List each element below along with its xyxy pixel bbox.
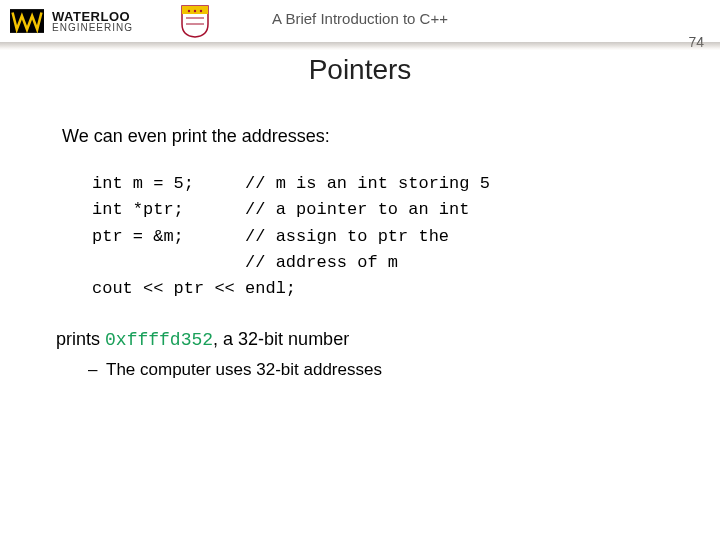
- bullet-dash: –: [88, 360, 106, 380]
- course-title: A Brief Introduction to C++: [0, 10, 720, 27]
- code-block: int m = 5; // m is an int storing 5 int …: [92, 171, 680, 303]
- result-prefix: prints: [56, 329, 105, 349]
- banner-strip: [0, 42, 720, 50]
- result-suffix: , a 32-bit number: [213, 329, 349, 349]
- bullet-line: –The computer uses 32-bit addresses: [88, 360, 680, 380]
- lead-text: We can even print the addresses:: [62, 126, 680, 147]
- slide-body: We can even print the addresses: int m =…: [62, 126, 680, 380]
- slide-header: WATERLOO ENGINEERING A Brief Introductio…: [0, 0, 720, 42]
- bullet-text: The computer uses 32-bit addresses: [106, 360, 382, 379]
- result-hex: 0xffffd352: [105, 330, 213, 350]
- result-line: prints 0xffffd352, a 32-bit number: [56, 329, 680, 350]
- slide-title: Pointers: [0, 54, 720, 86]
